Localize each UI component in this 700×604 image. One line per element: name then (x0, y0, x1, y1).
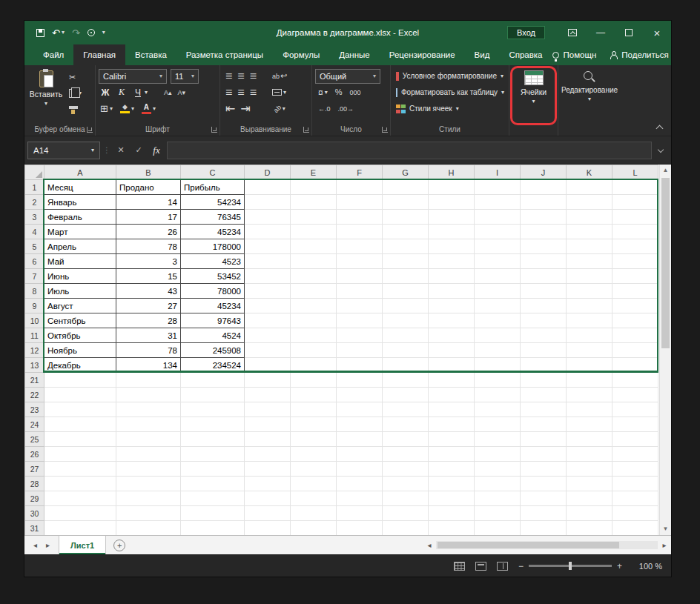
ribbon-tab[interactable]: Вставка (125, 44, 176, 65)
ribbon-tab[interactable]: Данные (329, 44, 380, 65)
cell[interactable]: 27 (116, 299, 181, 313)
cell[interactable]: 178000 (181, 239, 245, 254)
share-button[interactable]: Поделиться (610, 50, 669, 59)
cell[interactable] (337, 239, 383, 254)
cell[interactable] (567, 299, 612, 313)
cell[interactable]: Декабрь (44, 358, 116, 373)
cell[interactable] (291, 358, 337, 373)
cell[interactable] (429, 225, 475, 239)
row-header[interactable]: 28 (25, 477, 44, 491)
cell[interactable] (521, 180, 567, 195)
cell[interactable]: 97643 (181, 313, 245, 328)
cut-button[interactable]: ✂ (67, 70, 84, 84)
cell[interactable] (429, 269, 475, 284)
ribbon-tab[interactable]: Вид (465, 44, 500, 65)
align-top-button[interactable]: ≡ (225, 70, 232, 82)
italic-button[interactable]: К (116, 87, 127, 98)
cell[interactable] (521, 373, 567, 388)
cell[interactable] (612, 299, 658, 313)
cell[interactable] (245, 343, 291, 358)
cell[interactable] (429, 388, 475, 402)
cell[interactable] (475, 491, 521, 506)
cell[interactable] (567, 477, 612, 491)
cell[interactable] (612, 462, 658, 477)
cell[interactable] (291, 343, 337, 358)
name-box[interactable]: A14 ▾ (27, 142, 100, 159)
cell[interactable] (245, 239, 291, 254)
align-center-button[interactable]: ≡ (237, 87, 244, 99)
cell[interactable] (429, 477, 475, 491)
expand-formula-bar-icon[interactable] (658, 147, 665, 154)
row-header[interactable]: 1 (25, 180, 44, 195)
cell[interactable] (291, 284, 337, 299)
cell[interactable] (291, 180, 337, 195)
cell[interactable] (567, 447, 612, 462)
row-header[interactable]: 12 (25, 343, 44, 358)
cell[interactable]: Август (44, 299, 116, 313)
merge-center-button[interactable]: ▾ (272, 89, 286, 96)
cell[interactable] (475, 195, 521, 210)
bold-button[interactable]: Ж (100, 87, 110, 98)
cell[interactable]: Март (44, 225, 116, 239)
cell[interactable] (521, 195, 567, 210)
cell[interactable] (116, 447, 181, 462)
cell[interactable] (337, 477, 383, 491)
cell[interactable] (245, 254, 291, 269)
cell[interactable] (475, 462, 521, 477)
column-header[interactable]: E (291, 165, 337, 180)
column-header[interactable]: K (567, 165, 612, 180)
cell[interactable] (612, 417, 658, 432)
cell[interactable] (181, 373, 245, 388)
cell[interactable] (383, 180, 429, 195)
cell[interactable] (475, 521, 521, 536)
row-header[interactable]: 25 (25, 432, 44, 447)
cell[interactable] (521, 313, 567, 328)
cell[interactable]: 28 (116, 313, 181, 328)
cell[interactable] (521, 269, 567, 284)
cell[interactable] (612, 491, 658, 506)
font-name-combobox[interactable]: Calibri▾ (99, 69, 167, 84)
cell[interactable] (383, 477, 429, 491)
cell[interactable] (429, 239, 475, 254)
cell[interactable] (521, 477, 567, 491)
splitter-handle[interactable]: ⋮ (103, 146, 110, 154)
cell[interactable] (612, 402, 658, 417)
cell[interactable]: 45234 (181, 299, 245, 313)
row-header[interactable]: 23 (25, 402, 44, 417)
cell[interactable] (383, 388, 429, 402)
cell[interactable] (567, 269, 612, 284)
cell[interactable] (44, 432, 116, 447)
cell[interactable] (383, 269, 429, 284)
dialog-launcher-icon[interactable] (303, 127, 309, 133)
horizontal-scroll-track[interactable] (436, 541, 658, 549)
page-layout-view-button[interactable] (475, 562, 486, 571)
cell[interactable]: 26 (116, 225, 181, 239)
cell[interactable]: 45234 (181, 225, 245, 239)
ribbon-tab[interactable]: Формулы (273, 44, 329, 65)
cell[interactable] (337, 373, 383, 388)
cell[interactable] (291, 225, 337, 239)
cell[interactable] (475, 269, 521, 284)
editing-button[interactable]: Редактирование ▾ (561, 68, 618, 123)
zoom-out-button[interactable]: − (518, 561, 524, 571)
cell[interactable] (567, 225, 612, 239)
cell[interactable]: 4524 (181, 328, 245, 343)
cell[interactable] (612, 388, 658, 402)
cell[interactable] (245, 313, 291, 328)
cell[interactable] (291, 373, 337, 388)
cell[interactable] (612, 477, 658, 491)
cell[interactable] (383, 521, 429, 536)
cell[interactable]: 134 (116, 358, 181, 373)
row-header[interactable]: 3 (25, 210, 44, 225)
vertical-scrollbar[interactable]: ▲ ▼ (659, 165, 671, 535)
cell[interactable]: Май (44, 254, 116, 269)
cell[interactable] (612, 225, 658, 239)
cell[interactable] (337, 447, 383, 462)
undo-button[interactable]: ↶▾ (52, 28, 65, 38)
underline-button[interactable]: Ч▾ (133, 87, 148, 98)
ribbon-tab[interactable]: Главная (73, 44, 125, 65)
cell[interactable] (181, 402, 245, 417)
cell[interactable] (429, 417, 475, 432)
cell[interactable]: 78000 (181, 284, 245, 299)
row-header[interactable]: 27 (25, 462, 44, 477)
